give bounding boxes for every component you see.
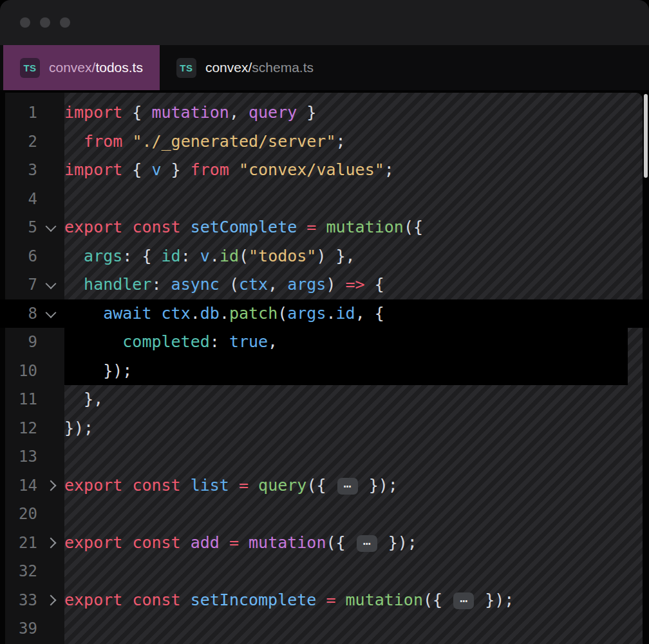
code-token	[122, 476, 132, 495]
code-token: completed	[122, 332, 209, 351]
code-token	[122, 533, 132, 552]
line-number: 21	[0, 534, 37, 552]
window-control-maximize-icon[interactable]	[60, 17, 70, 28]
code-token: import	[64, 103, 122, 122]
code-text[interactable]: });	[64, 414, 649, 443]
code-token: ;	[335, 132, 345, 151]
line-number: 7	[0, 276, 37, 294]
code-lines: 1import { mutation, query }2 from "./_ge…	[0, 99, 649, 643]
code-line-21: 21export const add = mutation({ ⋯ });	[0, 529, 649, 558]
tab-label-filename: todos.ts	[95, 60, 143, 75]
code-text[interactable]: completed: true,	[64, 328, 628, 357]
code-token	[64, 247, 84, 265]
folded-code-pill[interactable]: ⋯	[337, 478, 358, 495]
fold-chevron-right-icon[interactable]	[37, 539, 64, 547]
code-line-32: 32	[0, 557, 649, 586]
code-token: query	[258, 476, 306, 495]
fold-chevron-down-icon[interactable]	[37, 281, 64, 289]
code-text[interactable]: export const setIncomplete = mutation({ …	[64, 586, 649, 615]
code-line-10: 10 });	[0, 357, 649, 386]
code-token: const	[132, 533, 180, 552]
code-text[interactable]: export const list = query({ ⋯ });	[64, 471, 649, 500]
code-token: });	[379, 533, 417, 552]
code-token: await	[103, 304, 151, 323]
code-token	[181, 591, 191, 609]
code-text[interactable]: import { v } from "convex/values";	[64, 156, 649, 185]
code-text[interactable]: export const add = mutation({ ⋯ });	[64, 529, 649, 558]
code-token: export	[64, 591, 122, 609]
tab-todos-ts[interactable]: TSconvex/todos.ts	[3, 45, 160, 90]
code-text[interactable]: import { mutation, query }	[64, 99, 649, 128]
code-line-5: 5export const setComplete = mutation({	[0, 213, 649, 242]
code-token	[316, 591, 326, 609]
tab-schema-ts[interactable]: TSconvex/schema.ts	[160, 45, 330, 90]
line-number: 2	[0, 133, 37, 151]
code-text[interactable]: });	[64, 357, 628, 386]
code-line-33: 33export const setIncomplete = mutation(…	[0, 586, 649, 615]
code-token: ({	[326, 533, 355, 552]
line-number: 8	[0, 305, 37, 323]
code-line-7: 7 handler: async (ctx, args) => {	[0, 270, 649, 299]
fold-chevron-right-icon[interactable]	[37, 596, 64, 604]
fold-chevron-down-icon[interactable]	[37, 310, 64, 317]
code-text[interactable]: handler: async (ctx, args) => {	[64, 270, 649, 299]
code-line-39: 39	[0, 614, 649, 643]
code-line-3: 3import { v } from "convex/values";	[0, 156, 649, 185]
line-number: 20	[0, 505, 37, 523]
code-token	[181, 476, 191, 495]
code-token: =	[306, 218, 316, 236]
code-token: id	[336, 304, 355, 323]
code-token: ;	[384, 160, 394, 179]
tab-label: convex/schema.ts	[205, 60, 314, 75]
window-titlebar	[0, 0, 649, 45]
code-token: ,	[229, 103, 249, 122]
code-line-6: 6 args: { id: v.id("todos") },	[0, 242, 649, 271]
code-token: });	[359, 476, 398, 495]
code-token: , {	[355, 304, 384, 323]
code-token: mutation	[249, 533, 326, 552]
code-token	[239, 533, 249, 552]
line-number: 10	[0, 362, 37, 380]
fold-chevron-down-icon[interactable]	[37, 223, 64, 231]
code-line-2: 2 from "./_generated/server";	[0, 128, 649, 156]
window-control-close-icon[interactable]	[20, 17, 30, 28]
code-token: from	[191, 160, 229, 179]
code-token: v	[200, 247, 210, 265]
window-control-minimize-icon[interactable]	[40, 17, 50, 28]
code-token: : {	[122, 247, 161, 265]
code-token: handler	[84, 275, 151, 294]
code-token: args	[84, 247, 122, 265]
code-token: .	[220, 304, 229, 323]
line-number: 14	[0, 477, 37, 495]
code-token: mutation	[346, 591, 423, 609]
line-number: 13	[0, 448, 37, 466]
code-token	[297, 218, 306, 236]
code-token: const	[132, 476, 180, 495]
code-token: id	[162, 247, 181, 265]
code-token	[64, 332, 122, 351]
tab-label-filename: schema.ts	[252, 60, 314, 75]
code-line-4: 4	[0, 185, 649, 214]
code-token: args	[287, 304, 326, 323]
folded-code-pill[interactable]: ⋯	[357, 535, 377, 552]
code-token: (	[277, 304, 287, 323]
line-number: 33	[0, 591, 37, 609]
code-text[interactable]: from "./_generated/server";	[64, 128, 649, 156]
fold-chevron-right-icon[interactable]	[37, 482, 64, 489]
code-text[interactable]: },	[64, 385, 649, 414]
code-token: }	[297, 103, 316, 122]
code-token: }	[162, 160, 191, 179]
code-token: import	[64, 160, 122, 179]
code-token: });	[475, 591, 514, 609]
code-text[interactable]: export const setComplete = mutation({	[64, 213, 649, 242]
code-token	[229, 476, 239, 495]
code-text[interactable]: await ctx.db.patch(args.id, {	[64, 299, 649, 328]
tab-label-path: convex/	[49, 60, 95, 75]
code-token: true	[229, 332, 268, 351]
code-text[interactable]: args: { id: v.id("todos") },	[64, 242, 649, 271]
code-token: query	[249, 103, 297, 122]
code-token: export	[64, 218, 122, 236]
code-line-8: 8 await ctx.db.patch(args.id, {	[0, 299, 649, 328]
folded-code-pill[interactable]: ⋯	[453, 592, 474, 609]
code-token: async	[171, 275, 220, 294]
